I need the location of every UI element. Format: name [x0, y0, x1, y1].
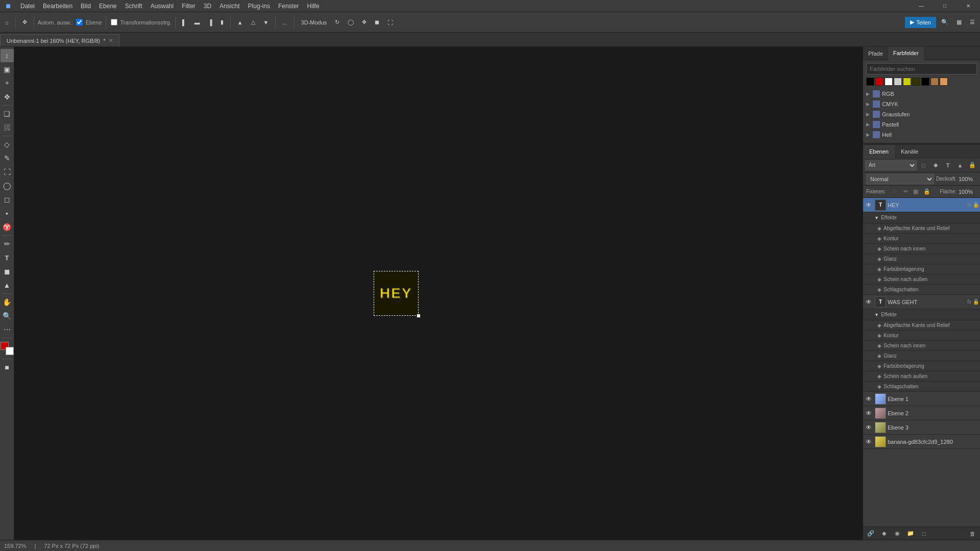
move-tool[interactable]: ↕ — [1, 49, 14, 62]
swatches-search-input[interactable] — [866, 63, 977, 74]
canvas-image[interactable]: HEY — [374, 271, 419, 316]
effect-bevel-hey[interactable]: ◆ Abgeflachte Kante und Relief — [863, 223, 980, 234]
effect-drop-shadow-hey[interactable]: ◆ Schlagschatten — [863, 285, 980, 295]
close-button[interactable]: ✕ — [957, 0, 980, 12]
swatch-black2[interactable] — [921, 78, 929, 86]
move-tool-button[interactable]: ✥ — [19, 15, 30, 30]
maximize-button[interactable]: □ — [933, 0, 957, 12]
add-style-button[interactable]: ◆ — [878, 528, 890, 539]
layer-visibility-ebene3[interactable]: 👁 — [864, 420, 873, 435]
effect-farbueberlagerung-was-geht[interactable]: ◆ Farbüberlagerung — [863, 361, 980, 371]
new-layer-button[interactable]: □ — [918, 528, 929, 539]
crop-tool[interactable]: ❏ — [1, 107, 14, 120]
rotate-3d-button[interactable]: ↻ — [332, 15, 342, 30]
gradient-tool[interactable]: ▪ — [1, 207, 14, 220]
hand-tool[interactable]: ✋ — [1, 295, 14, 309]
select-tool[interactable]: ▣ — [1, 63, 14, 76]
more-tools-button[interactable]: ⋯ — [1, 323, 14, 336]
effects-toggle-was-geht[interactable]: ▼ — [874, 312, 879, 317]
menu-schrift[interactable]: Schrift — [121, 0, 146, 12]
effect-kontur-was-geht[interactable]: ◆ Kontur — [863, 331, 980, 341]
more-options-button[interactable]: ... — [279, 15, 290, 30]
arrange-button[interactable]: ▦ — [953, 15, 965, 30]
menu-datei[interactable]: Datei — [16, 0, 39, 12]
transform-checkbox[interactable] — [111, 19, 117, 26]
effects-toggle-hey[interactable]: ▼ — [874, 215, 879, 220]
menu-ebene[interactable]: Ebene — [95, 0, 121, 12]
layer-visibility-ebene1[interactable]: 👁 — [864, 392, 873, 406]
align-right-button[interactable]: ▐ — [205, 15, 215, 30]
clone-tool[interactable]: ⛶ — [1, 165, 14, 179]
menu-bild[interactable]: Bild — [77, 0, 95, 12]
lock-artboard-button[interactable]: ▦ — [912, 188, 920, 195]
layer-visibility-ebene2[interactable]: 👁 — [864, 406, 873, 420]
layer-item-ebene3[interactable]: 👁 Ebene 3 — [863, 420, 980, 435]
align-bottom-button[interactable]: ▼ — [260, 15, 272, 30]
swatch-group-cmyk[interactable]: ▶ CMYK — [866, 99, 977, 109]
layer-item-ebene2[interactable]: 👁 Ebene 2 — [863, 406, 980, 420]
swatch-red[interactable] — [875, 78, 884, 86]
layer-mask-button[interactable]: ▲ — [954, 160, 966, 171]
effect-inner-glow-was-geht[interactable]: ◆ Schein nach innen — [863, 341, 980, 351]
layer-item-banana[interactable]: 👁 banana-gd83cfc2d9_1280 — [863, 435, 980, 449]
align-center-button[interactable]: ▬ — [191, 15, 203, 30]
add-mask-button[interactable]: ◉ — [892, 528, 903, 539]
layer-visibility-was-geht[interactable]: 👁 — [864, 295, 873, 309]
layer-item-ebene1[interactable]: 👁 Ebene 1 — [863, 392, 980, 406]
pen-tool[interactable]: ✏ — [1, 237, 14, 251]
distribute-button[interactable]: ▮ — [217, 15, 227, 30]
workspace-button[interactable]: ☰ — [967, 15, 978, 30]
menu-3d[interactable]: 3D — [200, 0, 215, 12]
share-button[interactable]: ▶ Teilen — [905, 17, 936, 28]
eraser-tool[interactable]: ◻ — [1, 193, 14, 206]
layer-item-was-geht[interactable]: 👁 T WAS GEHT fx 🔓 — [863, 295, 980, 309]
orbit-button[interactable]: ◯ — [345, 15, 357, 30]
effect-glanz-hey[interactable]: ◆ Glanz — [863, 254, 980, 264]
blend-mode-select[interactable]: Normal — [866, 174, 934, 184]
close-tab-button[interactable]: ✕ — [109, 38, 113, 43]
eyedropper-tool[interactable]: ⛆ — [1, 121, 14, 134]
lock-pixels-button[interactable]: ◾ — [890, 188, 900, 195]
effect-outer-glow-was-geht[interactable]: ◆ Schein nach außen — [863, 371, 980, 382]
brush-tool[interactable]: ✎ — [1, 152, 14, 165]
swatch-orange[interactable] — [940, 78, 948, 86]
lasso-tool[interactable]: ⚬ — [1, 77, 14, 90]
tab-pfade[interactable]: Pfade — [863, 47, 888, 60]
align-middle-button[interactable]: △ — [248, 15, 258, 30]
tab-ebenen[interactable]: Ebenen — [863, 145, 895, 158]
layer-visibility-banana[interactable]: 👁 — [864, 435, 873, 449]
zoom-tool[interactable]: 🔍 — [1, 309, 14, 322]
swatch-group-graustufen[interactable]: ▶ Graustufen — [866, 109, 977, 119]
effect-bevel-was-geht[interactable]: ◆ Abgeflachte Kante und Relief — [863, 320, 980, 331]
effect-outer-glow-hey[interactable]: ◆ Schein nach außen — [863, 274, 980, 285]
swatch-yellow[interactable] — [903, 78, 911, 86]
magic-wand-tool[interactable]: ✥ — [1, 90, 14, 104]
home-button[interactable]: ⌂ — [2, 15, 12, 30]
delete-layer-button[interactable]: 🗑 — [967, 528, 978, 539]
tab-farbfelder[interactable]: Farbfelder — [888, 47, 924, 60]
3d-mode-button[interactable]: 3D-Modus — [298, 15, 330, 30]
shape-tool[interactable]: ▲ — [1, 279, 14, 292]
search-button[interactable]: 🔍 — [938, 15, 951, 30]
effect-drop-shadow-was-geht[interactable]: ◆ Schlagschatten — [863, 382, 980, 392]
lock-all-button[interactable]: 🔒 — [922, 188, 932, 195]
extra-tool[interactable]: ■ — [1, 361, 14, 374]
canvas-resize-handle[interactable] — [416, 314, 421, 318]
lock-position-button[interactable]: ✏ — [902, 188, 910, 195]
document-tab[interactable]: Unbenannt-1 bei 160% (HEY, RGB/8) * ✕ — [0, 34, 119, 46]
swatch-group-pastell[interactable]: ▶ Pastell — [866, 119, 977, 130]
swatch-darkyellow[interactable] — [912, 78, 920, 86]
swatch-group-hell[interactable]: ▶ Hell — [866, 130, 977, 140]
effect-kontur-hey[interactable]: ◆ Kontur — [863, 234, 980, 244]
swatch-lightgray[interactable] — [894, 78, 902, 86]
layer-lock-button[interactable]: 🔒 — [967, 160, 978, 171]
filter-type-select[interactable]: Art — [865, 160, 917, 170]
menu-fenster[interactable]: Fenster — [274, 0, 303, 12]
slide-3d-button[interactable]: ◼ — [372, 15, 382, 30]
text-tool[interactable]: T — [1, 251, 14, 264]
menu-auswahl[interactable]: Auswahl — [146, 0, 178, 12]
link-layers-button[interactable]: 🔗 — [865, 528, 876, 539]
swatch-white[interactable] — [885, 78, 893, 86]
effect-farbueberlagerung-hey[interactable]: ◆ Farbüberlagerung — [863, 264, 980, 274]
pan-3d-button[interactable]: ✥ — [359, 15, 370, 30]
